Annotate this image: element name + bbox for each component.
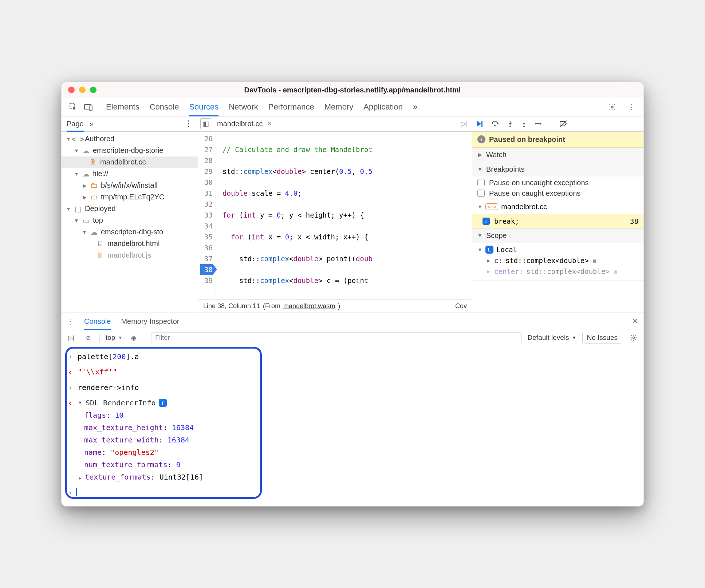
console-filter-input[interactable]: [151, 332, 521, 343]
pause-caught-toggle[interactable]: Pause on caught exceptions: [477, 189, 638, 198]
tab-memory[interactable]: Memory: [324, 98, 353, 116]
kebab-menu-icon[interactable]: ⋮: [625, 100, 638, 114]
debugger-toolbar: [472, 116, 643, 132]
line-gutter[interactable]: 26 27 28 29 30 31 32 33 34 35 36 37 38 3…: [198, 132, 216, 299]
folder-icon: 🗀: [90, 193, 98, 201]
file-mandelbrot-html[interactable]: 🗎mandelbrot.html: [62, 238, 198, 250]
cloud-icon: ☁: [90, 228, 98, 236]
issues-button[interactable]: No Issues: [582, 332, 622, 343]
navigator-tab-page[interactable]: Page: [67, 116, 84, 131]
console-sidebar-toggle-icon[interactable]: ▷|: [66, 332, 77, 343]
maximize-window-icon[interactable]: [90, 87, 97, 93]
clear-console-icon[interactable]: ⊘: [83, 332, 94, 343]
step-over-icon[interactable]: [491, 120, 499, 127]
svg-point-10: [633, 337, 635, 339]
inspect-element-icon[interactable]: [67, 100, 80, 114]
caret-icon: [477, 166, 483, 172]
window-title: DevTools - emscripten-dbg-stories.netlif…: [67, 86, 638, 94]
authored-group-icon: < >: [74, 135, 82, 143]
origin-link[interactable]: mandelbrot.wasm: [283, 302, 335, 310]
console-output-icon: [68, 366, 74, 378]
tab-application[interactable]: Application: [363, 98, 403, 116]
console-output-icon: [68, 397, 74, 409]
code-text[interactable]: // Calculate and draw the Mandelbrot std…: [216, 132, 472, 299]
tab-sources[interactable]: Sources: [189, 98, 218, 116]
drawer-close-icon[interactable]: ✕: [632, 317, 638, 326]
editor-statusbar: Line 38, Column 11 (From mandelbrot.wasm…: [198, 299, 472, 313]
checkbox-checked-icon[interactable]: [483, 218, 490, 225]
log-level-select[interactable]: Default levels▼: [528, 334, 576, 342]
navigator: Page » ⋮ < >Authored ☁emscripten-dbg-sto…: [62, 116, 198, 313]
deployed-label: Deployed: [85, 204, 116, 213]
console-settings-icon[interactable]: [628, 332, 639, 343]
deactivate-breakpoints-icon[interactable]: [559, 120, 567, 127]
settings-icon[interactable]: [606, 100, 619, 114]
cloud-icon: ☁: [82, 170, 90, 178]
console-prompt[interactable]: [62, 486, 643, 499]
console-input-icon: [68, 350, 74, 363]
file-mandelbrot-cc[interactable]: 🗎mandelbrot.cc: [62, 156, 198, 168]
step-out-icon[interactable]: [521, 120, 527, 127]
memory-inspect-icon[interactable]: ▦: [614, 269, 617, 274]
panel-tabs: Elements Console Sources Network Perform…: [106, 98, 603, 116]
step-into-icon[interactable]: [507, 120, 513, 127]
svg-point-3: [611, 106, 613, 108]
tab-elements[interactable]: Elements: [106, 98, 139, 116]
file-icon: 🗎: [89, 158, 97, 166]
resume-icon[interactable]: [476, 120, 483, 127]
file-tree[interactable]: < >Authored ☁emscripten-dbg-storie 🗎mand…: [62, 132, 198, 313]
tab-performance[interactable]: Performance: [268, 98, 314, 116]
console-output-row: "'\\xff'": [62, 364, 643, 380]
local-badge-icon: L: [485, 246, 493, 254]
svg-point-6: [509, 126, 511, 127]
file-mandelbrot-js[interactable]: 🗎mandelbrot.js: [62, 250, 198, 261]
drawer-menu-icon[interactable]: ⋮: [67, 317, 74, 326]
drawer-tab-console[interactable]: Console: [84, 313, 111, 330]
svg-rect-4: [481, 121, 483, 127]
scope-var-c[interactable]: c: std::complex<double>▦: [472, 255, 643, 266]
info-badge-icon[interactable]: i: [159, 399, 167, 407]
checkbox-icon[interactable]: [477, 190, 485, 197]
checkbox-icon[interactable]: [477, 179, 485, 186]
expand-array-icon[interactable]: [78, 472, 83, 484]
navigator-tabs: Page » ⋮: [62, 116, 198, 132]
window-titlebar: DevTools - emscripten-dbg-stories.netlif…: [62, 82, 643, 98]
scope-var-center[interactable]: center: std::complex<double>▦: [472, 266, 643, 277]
memory-inspect-icon[interactable]: ▦: [593, 258, 596, 263]
file-icon: 🗎: [97, 251, 105, 259]
close-tab-icon[interactable]: ✕: [267, 120, 272, 128]
page-icon: 🗎: [97, 240, 105, 248]
tab-network[interactable]: Network: [229, 98, 258, 116]
close-window-icon[interactable]: [68, 87, 75, 93]
toggle-navigator-icon[interactable]: ◧: [200, 118, 211, 129]
navigator-menu-icon[interactable]: ⋮: [184, 119, 193, 129]
traffic-lights: [68, 87, 97, 93]
pause-uncaught-toggle[interactable]: Pause on uncaught exceptions: [477, 179, 638, 187]
caret-icon: [477, 233, 483, 238]
cursor-icon: [76, 488, 77, 496]
breakpoint-entry[interactable]: break; 38: [472, 214, 643, 228]
editor-tab-mandelbrot[interactable]: mandelbrot.cc ✕: [217, 120, 272, 128]
console-output[interactable]: palette[200].a "'\\xff'" renderer->info …: [62, 346, 643, 506]
code-area[interactable]: 26 27 28 29 30 31 32 33 34 35 36 37 38 3…: [198, 132, 472, 299]
console-output-row: SDL_RendererInfo i flags: 10 max_texture…: [62, 395, 643, 486]
live-expression-icon[interactable]: ◉: [128, 332, 139, 343]
console-input-icon: [68, 381, 74, 394]
window-frame-icon: ▭: [82, 216, 90, 225]
drawer-tabs: ⋮ Console Memory Inspector ✕: [62, 313, 643, 330]
drawer-tab-memory-inspector[interactable]: Memory Inspector: [121, 313, 179, 330]
navigator-tab-overflow[interactable]: »: [90, 116, 94, 131]
scope-local[interactable]: LLocal: [472, 244, 643, 255]
device-mode-icon[interactable]: [82, 100, 95, 114]
toggle-debugger-icon[interactable]: ▷|: [459, 118, 470, 129]
editor-tabbar: ◧ mandelbrot.cc ✕ ▷|: [198, 116, 472, 132]
breakpoint-file-row[interactable]: <·>mandelbrot.cc: [472, 200, 643, 214]
step-icon[interactable]: [535, 121, 543, 127]
context-select[interactable]: top▼: [106, 334, 122, 342]
info-badge-icon: i: [477, 135, 485, 143]
watch-section[interactable]: Watch: [472, 148, 643, 162]
expand-object-icon[interactable]: [78, 397, 83, 409]
tab-console[interactable]: Console: [150, 98, 179, 116]
minimize-window-icon[interactable]: [79, 87, 86, 93]
tab-overflow[interactable]: »: [413, 98, 417, 116]
